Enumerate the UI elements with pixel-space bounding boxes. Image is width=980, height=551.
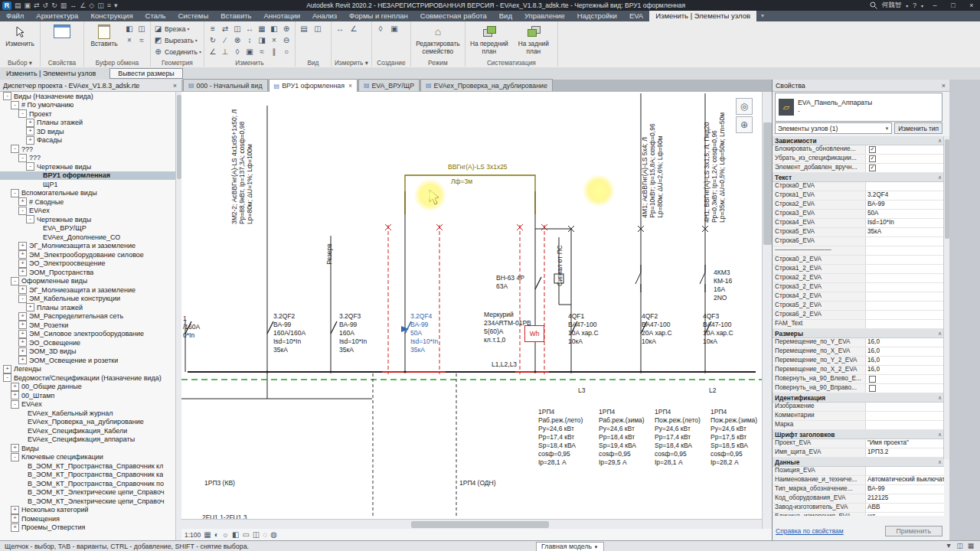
close-icon[interactable]: ×: [940, 82, 947, 90]
property-value[interactable]: "Имя проекта": [865, 439, 944, 448]
mirror-icon[interactable]: ◫: [231, 23, 243, 34]
panel-caption-clipboard[interactable]: Буфер обмена: [84, 59, 150, 67]
property-value[interactable]: Isd=10*In: [865, 219, 944, 227]
ribbon-tab-collaborate[interactable]: Совместная работа: [414, 11, 493, 21]
collapse-icon[interactable]: -: [11, 145, 19, 153]
panel-caption-select[interactable]: Выбор ▾: [0, 59, 40, 67]
measure-length-icon[interactable]: ↔: [334, 23, 346, 34]
property-value[interactable]: 50А: [865, 210, 944, 218]
property-value[interactable]: [865, 274, 944, 282]
browser-item[interactable]: -Чертежные виды: [0, 215, 175, 224]
view-tab[interactable]: ▤EVA_ВРУ/ЩР: [358, 79, 420, 91]
parallel-icon[interactable]: ∥: [268, 46, 280, 57]
open-icon[interactable]: ▤: [15, 2, 21, 9]
stretch-icon[interactable]: ↕: [243, 34, 256, 46]
scale-icon[interactable]: ◊: [231, 46, 243, 57]
browser-item[interactable]: -Оформленные виды: [0, 277, 175, 286]
view-scale[interactable]: 1:100: [185, 531, 201, 539]
move-icon[interactable]: ↔: [243, 23, 256, 34]
browser-item[interactable]: EVA_ВРУ/ЩР: [0, 224, 175, 233]
panel-caption-properties[interactable]: Свойства: [41, 59, 83, 67]
browser-item[interactable]: +ЭГ_Молниезащита и заземление: [0, 285, 175, 295]
browser-item[interactable]: -Ведомости/Спецификации (Назначение вида…: [0, 373, 175, 383]
collapse-icon[interactable]: -: [11, 400, 19, 409]
expand-icon[interactable]: +: [11, 391, 19, 399]
property-value[interactable]: [865, 403, 944, 411]
close-icon[interactable]: ×: [172, 82, 178, 90]
expand-icon[interactable]: +: [26, 119, 34, 127]
browser-item[interactable]: +# Сводные: [0, 197, 175, 207]
pin-icon[interactable]: ○: [280, 46, 292, 57]
browser-item[interactable]: ЩР1: [0, 180, 175, 189]
browser-item[interactable]: +ЭМ_Силовое электрооборудование: [0, 330, 175, 339]
collapse-icon[interactable]: -: [11, 101, 19, 109]
browser-item[interactable]: -Виды (Назначение вида): [0, 92, 175, 101]
drawing-canvas[interactable]: Wh 3М2-2; АсВВГнг(А)-LS 4х1х95+1х50; ЛРр…: [181, 92, 762, 519]
property-value[interactable]: [865, 237, 944, 246]
panel-caption-geometry[interactable]: Геометрия: [151, 59, 204, 67]
collapse-icon[interactable]: -: [18, 207, 27, 215]
property-value[interactable]: ВА-99: [865, 485, 944, 494]
browser-item[interactable]: В_ЭОМ_КТ_Электрические цепи_Справоч: [0, 497, 175, 506]
panel-caption-modify[interactable]: Изменить: [204, 59, 295, 67]
browser-item[interactable]: +Фасады: [0, 136, 175, 145]
search-icon[interactable]: [870, 2, 877, 9]
type-selector[interactable]: ▱ EVA_Панель_Аппараты -: [775, 93, 942, 122]
browser-item[interactable]: +Помещения: [0, 514, 175, 523]
user-name[interactable]: 何魏智: [882, 1, 902, 10]
browser-item[interactable]: +ЭМ_Розетки: [0, 321, 175, 330]
property-value[interactable]: [865, 256, 944, 264]
print-icon[interactable]: ▥: [60, 2, 67, 9]
property-value[interactable]: 16,0: [865, 347, 944, 356]
3d-view-icon[interactable]: ◇: [89, 2, 94, 9]
panel-caption-view[interactable]: Вид: [296, 59, 331, 67]
property-value[interactable]: [865, 311, 944, 319]
copy-icon[interactable]: ◧: [268, 23, 280, 34]
ribbon-tab-addins[interactable]: Надстройки: [571, 11, 623, 21]
browser-item[interactable]: EVAex_Спецификация_аппараты: [0, 435, 175, 445]
revit-logo-icon[interactable]: R: [2, 2, 11, 10]
dimension-icon[interactable]: ∠: [80, 2, 86, 9]
expand-icon[interactable]: +: [18, 312, 27, 321]
expand-icon[interactable]: +: [18, 268, 27, 276]
expand-icon[interactable]: +: [18, 321, 27, 329]
delete-icon[interactable]: ×: [268, 34, 280, 46]
qat-dropdown-icon[interactable]: ▾: [114, 2, 118, 9]
browser-item[interactable]: EVAex_Кабельный журнал: [0, 409, 175, 418]
zoom-icon[interactable]: ⊕: [736, 116, 753, 133]
measure-angle-icon[interactable]: ∠: [348, 23, 360, 34]
properties-button[interactable]: [44, 23, 80, 41]
copy-icon[interactable]: ◫: [136, 23, 148, 34]
ribbon-tab-structure[interactable]: Конструкция: [84, 11, 139, 21]
user-dropdown-icon[interactable]: ▾: [906, 3, 908, 8]
collapse-icon[interactable]: -: [26, 162, 34, 171]
browser-item[interactable]: В_ЭОМ_КТ_Пространства_Справочник по: [0, 479, 175, 488]
browser-item[interactable]: +Планы этажей: [0, 119, 175, 128]
ribbon-tab-eva[interactable]: EVA: [623, 11, 649, 21]
browser-item[interactable]: -Ключевые спецификации: [0, 453, 175, 462]
ribbon-tab-insert[interactable]: Вставить: [214, 11, 257, 21]
property-value[interactable]: 16,0: [865, 366, 944, 374]
property-value[interactable]: 16,0: [865, 338, 944, 347]
property-value[interactable]: [865, 283, 944, 292]
browser-item[interactable]: +Несколько категорий: [0, 506, 175, 515]
property-value[interactable]: [865, 246, 944, 255]
checkbox[interactable]: ✓: [869, 155, 876, 162]
collapse-icon[interactable]: -: [18, 295, 27, 303]
join-icon[interactable]: ⊕: [280, 23, 292, 34]
property-value[interactable]: шт.: [865, 513, 944, 516]
save-icon[interactable]: ▣: [24, 2, 31, 9]
paint-icon[interactable]: ⊗: [231, 34, 243, 46]
browser-item[interactable]: +ЭО_Освещение: [0, 338, 175, 347]
browser-item[interactable]: +ЭОМ_Освещение и розетки: [0, 356, 175, 365]
browser-item[interactable]: +ЭМ_Электрооборудование силовое: [0, 250, 175, 259]
steering-wheel-icon[interactable]: ◎: [736, 98, 753, 115]
browser-item[interactable]: +ЭОМ_Пространства: [0, 268, 175, 277]
edit-type-button[interactable]: Изменить тип: [894, 122, 942, 134]
expand-icon[interactable]: +: [18, 347, 27, 356]
help-icon[interactable]: ?: [913, 2, 916, 9]
expand-icon[interactable]: +: [18, 250, 27, 259]
expand-icon[interactable]: +: [3, 365, 11, 373]
split-icon[interactable]: ∕: [219, 34, 231, 46]
view-tab[interactable]: ▤000 - Начальный вид: [183, 79, 268, 91]
